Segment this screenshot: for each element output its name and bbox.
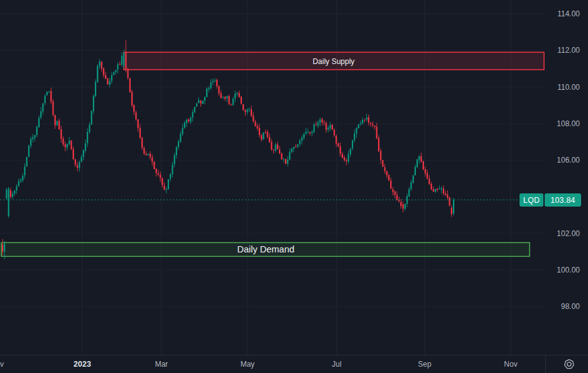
time-tick-label: v xyxy=(0,360,4,369)
price-tick-label: 114.00 xyxy=(557,9,580,19)
candles xyxy=(2,40,454,259)
supply-demand-zones[interactable] xyxy=(1,52,544,256)
price-tick-label: 112.00 xyxy=(557,45,580,55)
axis-corner-separator xyxy=(545,355,546,373)
price-tick-label: 98.00 xyxy=(561,301,580,311)
price-axis[interactable]: 114.00112.00110.00108.00106.00102.00100.… xyxy=(545,0,588,355)
price-tick-label: 102.00 xyxy=(557,229,580,239)
time-axis[interactable]: v2023MarMayJulSepNov xyxy=(0,355,588,373)
demand-zone[interactable] xyxy=(1,242,530,256)
time-tick-label: Sep xyxy=(418,360,431,369)
ticker-price-flag-symbol: LQD xyxy=(520,193,543,207)
price-tick-label: 108.00 xyxy=(557,119,580,129)
trading-chart-app: Daily Supply Daily Demand LQD 103.84 114… xyxy=(0,0,588,373)
gear-icon xyxy=(563,358,575,370)
time-tick-label: Mar xyxy=(155,360,168,369)
candlestick-chart-canvas[interactable] xyxy=(0,0,588,373)
time-tick-label: May xyxy=(241,360,255,369)
supply-zone[interactable] xyxy=(124,52,544,70)
time-tick-label: Nov xyxy=(504,360,517,369)
time-tick-label: 2023 xyxy=(74,360,91,369)
price-tick-label: 110.00 xyxy=(557,82,580,92)
chart-settings-button[interactable] xyxy=(562,357,576,371)
price-tick-label: 106.00 xyxy=(557,155,580,165)
price-tick-label: 100.00 xyxy=(557,265,580,275)
time-tick-label: Jul xyxy=(332,360,341,369)
